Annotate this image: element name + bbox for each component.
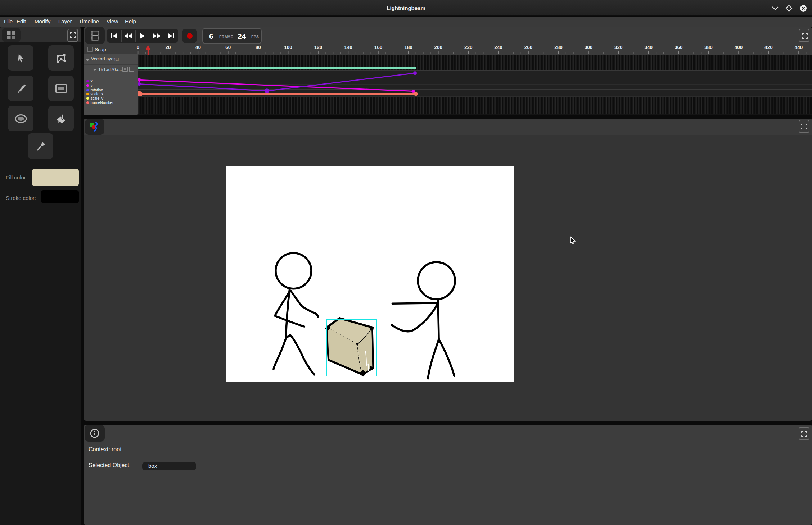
svg-text:320: 320 [614,45,623,50]
svg-text:280: 280 [554,45,563,50]
svg-text:300: 300 [585,45,593,50]
svg-text:140: 140 [344,45,352,50]
svg-text:180: 180 [404,45,412,50]
svg-text:420: 420 [764,45,773,50]
svg-text:40: 40 [195,45,201,50]
svg-text:120: 120 [314,45,322,50]
svg-text:260: 260 [524,45,533,50]
svg-text:360: 360 [675,45,683,50]
svg-text:100: 100 [284,45,292,50]
svg-text:440: 440 [795,45,803,50]
svg-text:340: 340 [645,45,653,50]
svg-text:0: 0 [137,45,140,50]
svg-text:380: 380 [704,45,713,50]
svg-text:240: 240 [494,45,502,50]
svg-text:80: 80 [256,45,261,50]
svg-text:20: 20 [165,45,171,50]
svg-text:200: 200 [434,45,443,50]
svg-text:400: 400 [735,45,743,50]
svg-text:220: 220 [464,45,473,50]
svg-text:60: 60 [225,45,231,50]
svg-text:160: 160 [374,45,383,50]
